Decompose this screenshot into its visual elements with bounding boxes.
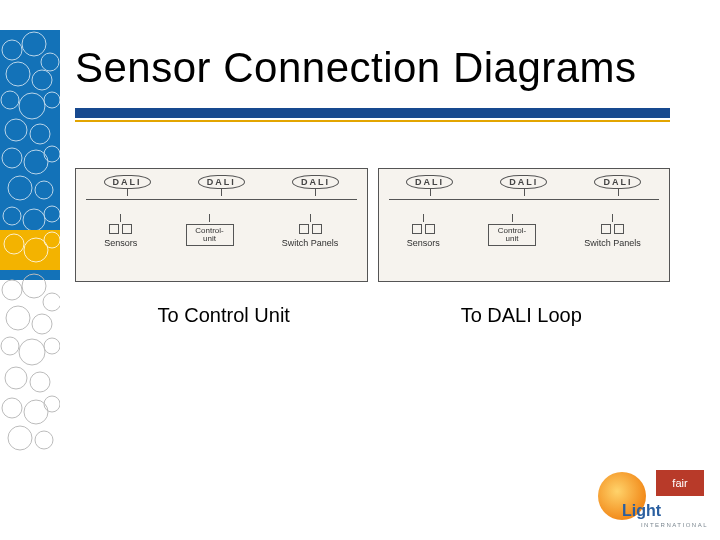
switch-panels-label: Switch Panels [584, 238, 641, 248]
diagram-row: DALI DALI DALI Sensors Control- unit [75, 168, 670, 282]
logo-fair-box: fair [656, 470, 704, 496]
bus-line [389, 199, 660, 200]
dali-node: DALI [292, 175, 339, 189]
left-decoration [0, 30, 60, 510]
lightfair-logo: fair Light INTERNATIONAL [594, 470, 704, 526]
control-unit-drop: Control- unit [186, 214, 234, 248]
svg-point-33 [2, 398, 22, 418]
logo-light-text: Light [622, 502, 661, 520]
svg-point-37 [35, 431, 53, 449]
diagram-panel-dali-loop: DALI DALI DALI Sensors Control- unit [378, 168, 671, 282]
sensors-drop: Sensors [104, 214, 137, 248]
dali-node: DALI [500, 175, 547, 189]
control-unit-box: Control- unit [488, 224, 536, 246]
svg-rect-19 [0, 230, 60, 270]
logo-international-text: INTERNATIONAL [641, 522, 708, 528]
diagram-captions: To Control Unit To DALI Loop [75, 304, 670, 327]
dali-node: DALI [104, 175, 151, 189]
svg-point-36 [8, 426, 32, 450]
svg-point-31 [5, 367, 27, 389]
sensors-label: Sensors [104, 238, 137, 248]
dali-node: DALI [406, 175, 453, 189]
diagram-panel-control-unit: DALI DALI DALI Sensors Control- unit [75, 168, 368, 282]
dali-node: DALI [594, 175, 641, 189]
control-unit-drop: Control- unit [488, 214, 536, 248]
svg-point-35 [44, 396, 60, 412]
switch-panels-drop: Switch Panels [282, 214, 339, 248]
sensors-drop: Sensors [407, 214, 440, 248]
svg-point-27 [32, 314, 52, 334]
svg-point-28 [1, 337, 19, 355]
control-unit-box: Control- unit [186, 224, 234, 246]
sensors-label: Sensors [407, 238, 440, 248]
switch-panels-drop: Switch Panels [584, 214, 641, 248]
caption-dali-loop: To DALI Loop [373, 304, 671, 327]
svg-point-29 [19, 339, 45, 365]
svg-point-25 [43, 293, 60, 311]
switch-panels-label: Switch Panels [282, 238, 339, 248]
dali-node: DALI [198, 175, 245, 189]
svg-point-30 [44, 338, 60, 354]
svg-point-32 [30, 372, 50, 392]
svg-point-26 [6, 306, 30, 330]
page-title: Sensor Connection Diagrams [75, 44, 637, 92]
title-rule [75, 108, 670, 122]
caption-control-unit: To Control Unit [75, 304, 373, 327]
bus-line [86, 199, 357, 200]
svg-point-23 [2, 280, 22, 300]
